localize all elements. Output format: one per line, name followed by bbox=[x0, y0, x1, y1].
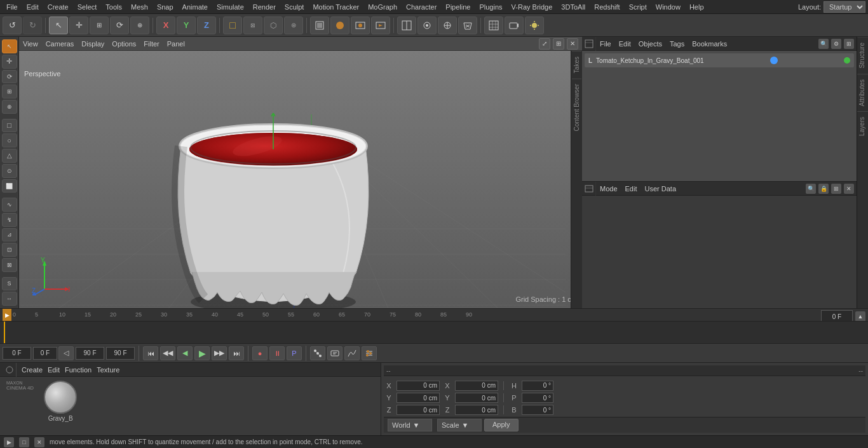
p-rot-input[interactable] bbox=[522, 393, 553, 403]
menu-animate[interactable]: Animate bbox=[179, 2, 212, 12]
timeline-frame-input[interactable] bbox=[821, 310, 853, 322]
layout-select[interactable]: Startup bbox=[824, 1, 865, 13]
obj-mgr-bookmarks-menu[interactable]: Bookmarks bbox=[688, 37, 731, 50]
z-pos-input[interactable] bbox=[397, 405, 440, 415]
left-plane-btn[interactable]: ⬜ bbox=[2, 179, 17, 193]
obj-mgr-edit-menu[interactable]: Edit bbox=[615, 37, 635, 50]
structure-tab[interactable]: Structure bbox=[857, 37, 868, 74]
left-twist-btn[interactable]: ↯ bbox=[2, 213, 17, 227]
left-sym-btn[interactable]: ↔ bbox=[2, 292, 17, 306]
render-button[interactable] bbox=[330, 17, 349, 34]
attr-userdata-menu[interactable]: User Data bbox=[641, 182, 681, 195]
left-box-btn[interactable]: □ bbox=[2, 119, 17, 133]
y-size-input[interactable] bbox=[455, 393, 498, 403]
select-tool-button[interactable]: ↖ bbox=[49, 17, 68, 34]
takes-tab[interactable]: Takes bbox=[572, 51, 581, 78]
timeline-btn[interactable] bbox=[362, 346, 377, 360]
menu-create[interactable]: Create bbox=[44, 2, 72, 12]
menu-redshift[interactable]: Redshift bbox=[590, 2, 623, 12]
vp-ctrl-expand[interactable]: ⤢ bbox=[539, 38, 550, 50]
viewport-menu-display[interactable]: Display bbox=[81, 40, 104, 48]
record-btn[interactable]: ● bbox=[252, 346, 268, 360]
content-browser-tab[interactable]: Content Browser bbox=[572, 78, 581, 136]
model-mode-button[interactable]: □ bbox=[223, 17, 242, 34]
attr-mode-menu[interactable]: Mode bbox=[596, 182, 621, 195]
menu-pipeline[interactable]: Pipeline bbox=[442, 2, 474, 12]
grid-button[interactable] bbox=[484, 17, 503, 34]
timeline-expand-btn[interactable]: ▲ bbox=[855, 311, 865, 322]
left-rotate-btn[interactable]: ⟳ bbox=[2, 70, 17, 84]
vp-ctrl-maximize[interactable]: ⊞ bbox=[553, 38, 564, 50]
left-shear-btn[interactable]: ⊡ bbox=[2, 243, 17, 257]
left-cylinder-btn[interactable]: ⊙ bbox=[2, 164, 17, 178]
attr-lock-icon[interactable]: 🔒 bbox=[818, 184, 829, 194]
z-size-input[interactable] bbox=[455, 405, 498, 415]
apply-button[interactable]: Apply bbox=[484, 419, 519, 431]
menu-mograph[interactable]: MoGraph bbox=[364, 2, 401, 12]
attr-close-icon[interactable]: ✕ bbox=[844, 184, 854, 194]
prev-arrow-btn[interactable]: ◁ bbox=[58, 346, 74, 360]
obj-mgr-file-menu[interactable]: File bbox=[596, 37, 615, 50]
step-back-btn[interactable]: ◀◀ bbox=[160, 346, 175, 360]
viewport-menu-cameras[interactable]: Cameras bbox=[46, 40, 74, 48]
menu-motiontracker[interactable]: Motion Tracker bbox=[309, 2, 363, 12]
mesh-mode-button[interactable]: ⊠ bbox=[243, 17, 262, 34]
world-dropdown[interactable]: World ▼ bbox=[388, 419, 432, 431]
menu-window[interactable]: Window bbox=[652, 2, 684, 12]
render-anim-button[interactable] bbox=[371, 17, 390, 34]
redo-button[interactable]: ↻ bbox=[23, 17, 42, 34]
left-scale-btn[interactable]: ⊞ bbox=[2, 85, 17, 98]
play-fwd-btn[interactable]: ▶ bbox=[194, 346, 210, 360]
snap-button[interactable] bbox=[417, 17, 437, 34]
material-thumbnail[interactable] bbox=[44, 381, 77, 414]
end-frame-input2[interactable] bbox=[106, 347, 135, 360]
viewport-layout-button[interactable] bbox=[397, 17, 416, 34]
left-cone-btn[interactable]: △ bbox=[2, 149, 17, 163]
viewport-menu-options[interactable]: Options bbox=[112, 40, 136, 48]
menu-select[interactable]: Select bbox=[74, 2, 101, 12]
key-all-btn[interactable] bbox=[327, 346, 342, 360]
menu-snap[interactable]: Snap bbox=[153, 2, 177, 12]
transform-tool-button[interactable]: ⊕ bbox=[130, 17, 149, 34]
x-size-input[interactable] bbox=[455, 381, 498, 391]
menu-tools[interactable]: Tools bbox=[102, 2, 126, 12]
vp-ctrl-close[interactable]: ✕ bbox=[567, 38, 578, 50]
render-region-button[interactable] bbox=[310, 17, 329, 34]
axis-x-button[interactable]: X bbox=[156, 17, 175, 34]
y-pos-input[interactable] bbox=[397, 393, 440, 403]
delete-button[interactable] bbox=[458, 17, 477, 34]
obj-mgr-settings-icon[interactable]: ⚙ bbox=[831, 39, 841, 49]
render-view-button[interactable] bbox=[351, 17, 370, 34]
status-stop-icon[interactable]: □ bbox=[19, 437, 29, 447]
play-back-btn[interactable]: ◀ bbox=[177, 346, 193, 360]
menu-edit[interactable]: Edit bbox=[23, 2, 43, 12]
go-end-btn[interactable]: ⏭ bbox=[229, 346, 244, 360]
start-frame-input[interactable] bbox=[3, 347, 31, 360]
obj-mgr-search-icon[interactable]: 🔍 bbox=[818, 39, 829, 49]
step-fwd-btn[interactable]: ▶▶ bbox=[212, 346, 227, 360]
scale-dropdown[interactable]: Scale ▼ bbox=[437, 419, 482, 431]
left-move-btn[interactable]: ✛ bbox=[2, 55, 17, 69]
menu-character[interactable]: Character bbox=[402, 2, 440, 12]
b-rot-input[interactable] bbox=[522, 405, 553, 415]
motion-path-btn[interactable] bbox=[310, 346, 325, 360]
status-play-icon[interactable]: ▶ bbox=[4, 437, 14, 447]
mat-texture-menu[interactable]: Texture bbox=[97, 366, 119, 374]
rotate-tool-button[interactable]: ⟳ bbox=[110, 17, 129, 34]
auto-key-btn[interactable]: ⏸ bbox=[269, 346, 285, 360]
scale-tool-button[interactable]: ⊞ bbox=[90, 17, 109, 34]
left-sphere-btn[interactable]: ○ bbox=[2, 133, 17, 147]
menu-simulate[interactable]: Simulate bbox=[213, 2, 248, 12]
x-pos-input[interactable] bbox=[397, 381, 440, 391]
menu-mesh[interactable]: Mesh bbox=[127, 2, 152, 12]
viewport[interactable]: View Cameras Display Options Filter Pane… bbox=[19, 37, 582, 308]
attr-edit-menu[interactable]: Edit bbox=[621, 182, 641, 195]
menu-render[interactable]: Render bbox=[249, 2, 280, 12]
status-close-icon[interactable]: ✕ bbox=[34, 437, 44, 447]
viewport-menu-view[interactable]: View bbox=[23, 40, 38, 48]
point-mode-button[interactable]: ⊛ bbox=[284, 17, 303, 34]
menu-sculpt[interactable]: Sculpt bbox=[281, 2, 308, 12]
left-transform-btn[interactable]: ⊕ bbox=[2, 100, 17, 114]
left-taper-btn[interactable]: ⊿ bbox=[2, 228, 17, 242]
layers-tab[interactable]: Layers bbox=[857, 111, 868, 141]
